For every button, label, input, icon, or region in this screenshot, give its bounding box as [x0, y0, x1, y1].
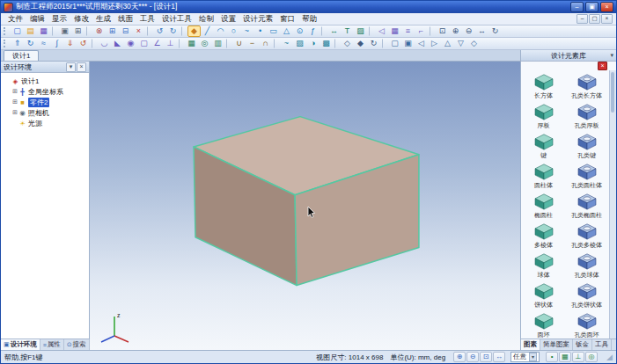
- menu-item[interactable]: 线面: [114, 14, 136, 25]
- revolve-cut-icon[interactable]: ↺: [77, 38, 90, 49]
- zoom-out-icon[interactable]: ⊖: [466, 352, 479, 362]
- tree-item[interactable]: ⊞ ■ 零件2: [3, 97, 87, 107]
- left-panel-tab[interactable]: ▣ 设计环境: [1, 339, 40, 350]
- library-item[interactable]: 键: [522, 131, 565, 161]
- new-file-icon[interactable]: ▢: [11, 25, 24, 37]
- ruled-surface-icon[interactable]: ▨: [293, 38, 306, 49]
- separator[interactable]: [430, 26, 434, 36]
- document-tab[interactable]: 设计1: [4, 50, 39, 61]
- library-item[interactable]: 孔类椭圆柱: [565, 191, 608, 221]
- wireframe-display-icon[interactable]: ◇: [341, 38, 354, 49]
- separator[interactable]: [226, 39, 231, 48]
- arc-icon[interactable]: ◠: [214, 25, 227, 37]
- zoom-in-icon[interactable]: ⊕: [449, 25, 462, 37]
- mirror-feature-icon[interactable]: ▥: [211, 38, 224, 49]
- menu-item[interactable]: 显示: [48, 14, 70, 25]
- isometric-view-icon[interactable]: ◇: [467, 38, 481, 49]
- library-item[interactable]: 球体: [522, 251, 565, 280]
- polygon-icon[interactable]: △: [280, 25, 293, 37]
- toolbar-grip[interactable]: [4, 27, 8, 35]
- left-panel-tab[interactable]: ≡ 属性: [40, 339, 64, 350]
- resize-grip-icon[interactable]: ◢: [606, 353, 613, 361]
- bottom-view-icon[interactable]: ▽: [454, 38, 467, 49]
- library-scrollbar[interactable]: [609, 70, 616, 339]
- menu-item[interactable]: 文件: [4, 14, 26, 25]
- sweep-icon[interactable]: ∫: [50, 38, 63, 49]
- boolean-subtract-icon[interactable]: −: [246, 38, 259, 49]
- separator[interactable]: [92, 39, 96, 48]
- tree-item[interactable]: ◈ 设计1: [3, 76, 87, 86]
- rotate-view-icon[interactable]: ↻: [488, 25, 502, 37]
- library-item[interactable]: 孔类饼状体: [565, 280, 608, 310]
- stretch-surface-icon[interactable]: ~: [280, 38, 293, 49]
- library-item[interactable]: 孔类多棱体: [565, 221, 608, 251]
- mdi-restore-button[interactable]: ▢: [589, 14, 600, 24]
- point-icon[interactable]: •: [253, 25, 267, 37]
- viewport-3d[interactable]: z: [90, 62, 520, 350]
- maximize-button[interactable]: ▣: [585, 2, 599, 12]
- point-snap-icon[interactable]: •: [546, 352, 558, 362]
- save-file-icon[interactable]: ▦: [37, 25, 50, 37]
- panel-close-icon[interactable]: ×: [77, 62, 86, 72]
- extrude-cut-icon[interactable]: ⇓: [63, 38, 77, 49]
- revolve-boss-icon[interactable]: ↻: [24, 38, 37, 49]
- menu-item[interactable]: 修改: [70, 14, 92, 25]
- cut-icon[interactable]: ⊗: [92, 25, 106, 37]
- toolbar-grip[interactable]: [4, 40, 8, 47]
- library-item[interactable]: 多棱体: [522, 221, 565, 251]
- dimension-icon[interactable]: ↔: [327, 25, 341, 37]
- separator[interactable]: [52, 26, 56, 36]
- linear-pattern-icon[interactable]: ▦: [185, 38, 198, 49]
- library-item[interactable]: 孔类圆环: [565, 310, 608, 339]
- right-view-icon[interactable]: ▷: [428, 38, 441, 49]
- panel-options-icon[interactable]: ▾: [66, 62, 76, 72]
- library-item[interactable]: 孔类圆柱体: [565, 161, 608, 191]
- zoom-in-icon[interactable]: ⊕: [453, 352, 466, 362]
- library-item[interactable]: 饼状体: [522, 280, 565, 310]
- draft-icon[interactable]: ∠: [151, 38, 164, 49]
- line-icon[interactable]: ╱: [201, 25, 214, 37]
- library-item[interactable]: 长方体: [522, 71, 565, 101]
- grid-snap-icon[interactable]: ▦: [559, 352, 571, 362]
- separator[interactable]: [181, 26, 186, 36]
- delete-icon[interactable]: ×: [132, 25, 145, 37]
- hole-icon[interactable]: ◉: [124, 38, 137, 49]
- separator[interactable]: [321, 26, 326, 36]
- separator[interactable]: [334, 39, 339, 48]
- pan-view-icon[interactable]: ↔: [475, 25, 488, 37]
- library-item[interactable]: 孔类键: [565, 131, 608, 161]
- library-item[interactable]: 厚板: [522, 101, 565, 131]
- separator[interactable]: [179, 39, 183, 48]
- text-icon[interactable]: T: [341, 25, 354, 37]
- menu-item[interactable]: 设计工具: [158, 14, 195, 25]
- separator[interactable]: [86, 26, 91, 36]
- spline-icon[interactable]: ~: [240, 25, 253, 37]
- menu-item[interactable]: 帮助: [298, 14, 320, 25]
- print-preview-icon[interactable]: ⊞: [71, 25, 84, 37]
- panel-options-icon[interactable]: ▾: [610, 52, 613, 59]
- tree-expander-icon[interactable]: ⊞: [11, 98, 18, 106]
- tree-expander-icon[interactable]: ⊞: [11, 109, 18, 116]
- zoom-all-icon[interactable]: ⊡: [436, 25, 449, 37]
- revolve-surface-icon[interactable]: ◑: [306, 38, 320, 49]
- separator[interactable]: [369, 26, 373, 36]
- library-tab[interactable]: 钣金: [573, 339, 592, 350]
- ellipse-icon[interactable]: ⊙: [293, 25, 306, 37]
- formula-curve-icon[interactable]: ƒ: [306, 25, 320, 37]
- library-item[interactable]: 孔类长方体: [565, 71, 608, 101]
- library-item[interactable]: 圆柱体: [522, 161, 565, 191]
- scrollbar-thumb[interactable]: [611, 72, 614, 113]
- back-view-icon[interactable]: ▣: [401, 38, 415, 49]
- left-panel-tab[interactable]: ⊙ 搜索: [64, 339, 90, 350]
- library-item[interactable]: 圆环: [522, 310, 565, 339]
- circular-pattern-icon[interactable]: ◎: [198, 38, 211, 49]
- circle-icon[interactable]: ○: [227, 25, 240, 37]
- offset-icon[interactable]: ≡: [401, 25, 415, 37]
- paste-icon[interactable]: ⊟: [119, 25, 132, 37]
- menu-item[interactable]: 窗口: [276, 14, 298, 25]
- separator[interactable]: [382, 39, 386, 48]
- loft-icon[interactable]: ≈: [37, 38, 50, 49]
- tree-expander-icon[interactable]: ⊞: [11, 88, 18, 95]
- library-item[interactable]: 孔类厚板: [565, 101, 608, 131]
- hatch-icon[interactable]: ▨: [354, 25, 367, 37]
